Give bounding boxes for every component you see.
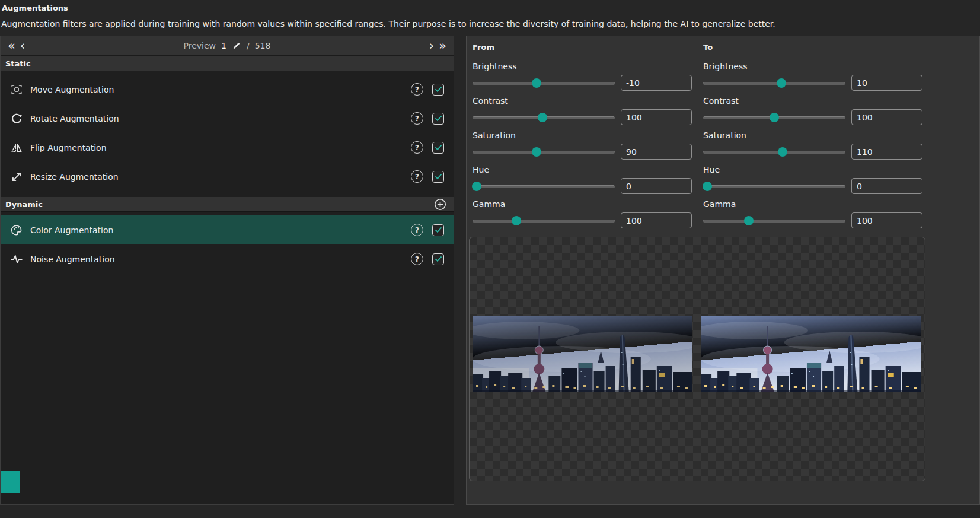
to-hue-input[interactable]: [851, 178, 922, 194]
page-description: Augmentation filters are applied during …: [1, 19, 775, 28]
to-hue-slider[interactable]: [703, 181, 845, 192]
add-augmentation-button[interactable]: [434, 198, 446, 211]
noise-icon: [10, 253, 23, 266]
slider-thumb[interactable]: [777, 78, 786, 88]
flip-icon: [10, 141, 23, 154]
to-hue-label: Hue: [703, 165, 928, 175]
palette-icon: [10, 224, 23, 237]
bottom-left-accent-block: [1, 471, 20, 493]
flip-augmentation-checkbox[interactable]: [432, 142, 444, 154]
edit-pencil-icon[interactable]: [232, 41, 241, 50]
to-header-rule: [720, 47, 928, 47]
first-preview-button[interactable]: «: [5, 40, 18, 52]
dynamic-augmentation-list: Color Augmentation ? Noise Augmentation …: [1, 212, 454, 279]
list-item-rotate-augmentation[interactable]: Rotate Augmentation ?: [1, 104, 454, 133]
from-preview-image: [473, 316, 692, 392]
list-item-color-augmentation[interactable]: Color Augmentation ?: [1, 215, 454, 244]
help-icon[interactable]: ?: [411, 253, 423, 265]
preview-total-number: 518: [255, 41, 271, 50]
to-saturation-label: Saturation: [703, 131, 928, 141]
preview-separator: /: [247, 41, 250, 50]
list-item-resize-augmentation[interactable]: Resize Augmentation ?: [1, 162, 454, 191]
preview-nav-bar: « ‹ Preview 1 / 518 › »: [1, 36, 454, 56]
slider-thumb[interactable]: [512, 216, 521, 225]
from-gamma-label: Gamma: [473, 199, 697, 209]
next-preview-button[interactable]: ›: [427, 40, 436, 52]
move-icon: [10, 83, 23, 96]
from-brightness-input[interactable]: [621, 75, 692, 91]
preview-current-number[interactable]: 1: [221, 41, 226, 50]
from-hue-input[interactable]: [621, 178, 692, 194]
list-item-label: Noise Augmentation: [30, 255, 115, 264]
previous-preview-button[interactable]: ‹: [18, 40, 27, 52]
from-hue-label: Hue: [473, 165, 697, 175]
to-column: To Brightness Contrast: [697, 36, 928, 228]
from-brightness-slider[interactable]: [473, 78, 615, 88]
to-brightness-input[interactable]: [851, 75, 922, 91]
from-header-rule: [502, 47, 697, 47]
from-contrast-label: Contrast: [473, 96, 697, 106]
list-item-label: Rotate Augmentation: [30, 114, 119, 123]
from-gamma-input[interactable]: [621, 212, 692, 228]
from-contrast-slider[interactable]: [473, 112, 615, 123]
color-augmentation-settings-panel: From Brightness Contrast: [466, 36, 980, 505]
list-item-noise-augmentation[interactable]: Noise Augmentation ?: [1, 244, 454, 274]
help-icon[interactable]: ?: [411, 170, 423, 183]
to-contrast-label: Contrast: [703, 96, 928, 106]
from-column: From Brightness Contrast: [467, 36, 697, 228]
to-preview-image: [701, 316, 921, 392]
list-item-flip-augmentation[interactable]: Flip Augmentation ?: [1, 133, 454, 162]
help-icon[interactable]: ?: [411, 112, 423, 125]
slider-thumb[interactable]: [770, 113, 779, 122]
from-brightness-label: Brightness: [473, 62, 697, 72]
preview-pager: Preview 1 / 518: [27, 41, 426, 50]
from-saturation-label: Saturation: [473, 131, 697, 141]
slider-thumb[interactable]: [744, 216, 754, 225]
resize-augmentation-checkbox[interactable]: [432, 171, 444, 183]
dynamic-section-title: Dynamic: [5, 200, 43, 209]
augmentations-screen: Augmentations Augmentation filters are a…: [0, 0, 980, 518]
from-gamma-slider[interactable]: [473, 215, 615, 226]
list-item-label: Flip Augmentation: [30, 143, 107, 152]
help-icon[interactable]: ?: [411, 83, 423, 96]
slider-thumb[interactable]: [532, 78, 541, 88]
slider-thumb[interactable]: [538, 113, 547, 122]
rotate-icon: [10, 112, 23, 125]
from-contrast-input[interactable]: [621, 109, 692, 125]
augmentation-preview-area: [469, 237, 925, 481]
from-saturation-slider[interactable]: [473, 147, 615, 157]
augmentation-list-panel: « ‹ Preview 1 / 518 › » Static Move: [0, 36, 454, 505]
to-brightness-label: Brightness: [703, 62, 928, 72]
to-saturation-input[interactable]: [851, 144, 922, 160]
to-saturation-slider[interactable]: [703, 147, 845, 157]
static-section-title: Static: [5, 59, 31, 68]
help-icon[interactable]: ?: [411, 224, 423, 236]
static-augmentation-list: Move Augmentation ? Rotate Augmentation …: [1, 71, 454, 197]
from-column-title: From: [473, 43, 494, 52]
page-title: Augmentations: [2, 4, 68, 12]
to-gamma-slider[interactable]: [703, 215, 845, 226]
to-contrast-input[interactable]: [851, 109, 922, 125]
help-icon[interactable]: ?: [411, 141, 423, 154]
move-augmentation-checkbox[interactable]: [432, 84, 444, 96]
list-item-move-augmentation[interactable]: Move Augmentation ?: [1, 75, 454, 104]
static-section-header: Static: [1, 56, 454, 71]
to-brightness-slider[interactable]: [703, 78, 845, 88]
from-saturation-input[interactable]: [621, 144, 692, 160]
from-hue-slider[interactable]: [473, 181, 615, 192]
preview-label: Preview: [184, 41, 216, 50]
noise-augmentation-checkbox[interactable]: [432, 253, 444, 265]
rotate-augmentation-checkbox[interactable]: [432, 113, 444, 125]
slider-thumb[interactable]: [703, 182, 712, 191]
to-column-title: To: [703, 43, 713, 52]
slider-thumb[interactable]: [778, 147, 787, 157]
list-item-label: Move Augmentation: [30, 85, 114, 94]
slider-thumb[interactable]: [472, 182, 481, 191]
to-gamma-label: Gamma: [703, 199, 928, 209]
to-gamma-input[interactable]: [851, 212, 922, 228]
color-augmentation-checkbox[interactable]: [432, 224, 444, 236]
last-preview-button[interactable]: »: [436, 40, 449, 52]
slider-thumb[interactable]: [532, 147, 541, 157]
resize-icon: [10, 170, 23, 183]
to-contrast-slider[interactable]: [703, 112, 845, 123]
